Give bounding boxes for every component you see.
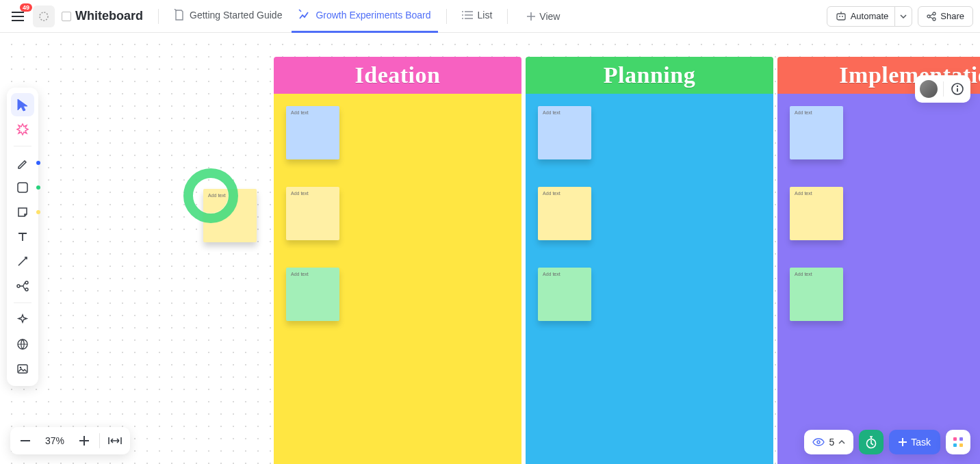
- svg-point-12: [17, 285, 20, 287]
- svg-rect-25: [959, 443, 963, 447]
- column-body[interactable]: Add text Add text Add text: [526, 94, 773, 464]
- sticky-note[interactable]: Add text: [790, 268, 843, 321]
- tab-label: Getting Started Guide: [190, 10, 282, 21]
- zoom-out-button[interactable]: [16, 431, 35, 450]
- viewers-button[interactable]: 5: [804, 430, 853, 454]
- top-bar: 49 Whiteboard Getting Started Guide Grow…: [0, 0, 980, 33]
- timer-button[interactable]: [859, 430, 884, 454]
- cursor-icon: [16, 98, 29, 112]
- image-icon: [16, 363, 29, 375]
- share-icon: [927, 12, 936, 21]
- tool-ai[interactable]: [11, 118, 34, 141]
- svg-point-7: [927, 15, 930, 18]
- separator: [158, 9, 159, 24]
- sticky-note[interactable]: Add text: [286, 268, 339, 321]
- ai-icon: [16, 123, 29, 136]
- tab-label: Growth Experiments Board: [315, 10, 430, 21]
- tool-mindmap[interactable]: [11, 274, 34, 298]
- tool-connector[interactable]: [11, 250, 34, 273]
- app-launcher-icon: [38, 10, 50, 23]
- apps-grid-icon: [953, 437, 964, 448]
- svg-point-6: [842, 16, 843, 17]
- sticky-note[interactable]: Add text: [538, 106, 591, 159]
- column-header: Planning: [526, 57, 773, 94]
- svg-rect-23: [959, 437, 963, 441]
- zoom-controls: 37%: [10, 427, 130, 454]
- separator: [943, 81, 944, 96]
- globe-icon: [16, 338, 29, 350]
- chevron-up-icon: [838, 440, 845, 444]
- chevron-down-icon: [900, 14, 907, 18]
- column-header: Ideation: [274, 57, 521, 94]
- svg-point-9: [933, 18, 936, 21]
- fit-width-button[interactable]: [105, 431, 125, 450]
- zoom-in-button[interactable]: [75, 431, 94, 450]
- automate-group: Automate: [827, 6, 913, 27]
- left-toolbar: [7, 88, 38, 386]
- tab-getting-started[interactable]: Getting Started Guide: [167, 0, 289, 33]
- bottom-right-controls: 5 Task: [804, 430, 970, 454]
- info-icon: [951, 82, 964, 96]
- column-ideation[interactable]: Ideation Add text Add text Add text: [274, 57, 521, 464]
- sticky-note[interactable]: Add text: [790, 187, 843, 240]
- pen-icon: [16, 157, 29, 169]
- tool-text[interactable]: [11, 225, 34, 248]
- svg-point-1: [462, 11, 463, 12]
- sticky-note[interactable]: Add text: [286, 187, 339, 240]
- stopwatch-icon: [865, 435, 877, 449]
- separator: [99, 433, 100, 448]
- document-title-chip[interactable]: Whiteboard: [62, 9, 143, 23]
- svg-point-17: [20, 367, 22, 369]
- list-icon: [462, 10, 473, 20]
- svg-rect-11: [18, 183, 27, 192]
- shape-icon: [16, 181, 29, 194]
- create-task-button[interactable]: Task: [889, 430, 940, 454]
- tab-list[interactable]: List: [455, 0, 500, 33]
- tool-shape[interactable]: [11, 176, 34, 199]
- svg-point-5: [839, 16, 840, 17]
- share-button[interactable]: Share: [918, 6, 973, 27]
- fit-width-icon: [108, 436, 122, 446]
- task-label: Task: [911, 437, 931, 448]
- tool-sparkle[interactable]: [11, 308, 34, 331]
- user-avatar[interactable]: [918, 79, 939, 99]
- svg-rect-24: [953, 443, 957, 447]
- svg-point-3: [462, 18, 463, 19]
- app-launcher-button[interactable]: [33, 5, 55, 27]
- column-body[interactable]: Add text Add text Add text: [777, 94, 980, 464]
- column-body[interactable]: Add text Add text Add text: [274, 94, 521, 464]
- document-square-icon: [62, 12, 71, 21]
- kanban-board: Ideation Add text Add text Add text Plan…: [274, 57, 980, 464]
- svg-point-2: [462, 14, 463, 16]
- plus-icon: [79, 436, 89, 446]
- share-label: Share: [940, 11, 964, 21]
- automate-button[interactable]: Automate: [827, 6, 897, 27]
- whiteboard-canvas[interactable]: Ideation Add text Add text Add text Plan…: [0, 33, 980, 464]
- toolbar-separator: [14, 146, 31, 146]
- sticky-note[interactable]: Add text: [286, 106, 339, 159]
- viewer-count: 5: [829, 437, 834, 448]
- mindmap-icon: [16, 280, 29, 292]
- sticky-note-icon: [16, 206, 29, 218]
- tool-web[interactable]: [11, 333, 34, 356]
- add-view-button[interactable]: View: [520, 6, 567, 27]
- apps-grid-button[interactable]: [946, 430, 970, 454]
- zoom-value[interactable]: 37%: [40, 435, 69, 446]
- column-implementation[interactable]: Implementation Add text Add text Add tex…: [777, 57, 980, 464]
- info-button[interactable]: [948, 79, 967, 99]
- tab-growth-board[interactable]: Growth Experiments Board: [292, 0, 437, 33]
- tool-image[interactable]: [11, 357, 34, 381]
- automate-caret-button[interactable]: [894, 6, 912, 27]
- sticky-note[interactable]: Add text: [790, 106, 843, 159]
- automate-label: Automate: [851, 11, 889, 21]
- robot-icon: [836, 11, 847, 22]
- column-planning[interactable]: Planning Add text Add text Add text: [526, 57, 773, 464]
- sticky-note[interactable]: Add text: [538, 187, 591, 240]
- floating-sticky-note[interactable]: Add text: [203, 189, 257, 242]
- tool-sticky-note[interactable]: [11, 201, 34, 224]
- sticky-note[interactable]: Add text: [538, 268, 591, 321]
- svg-point-0: [40, 12, 48, 21]
- tool-pen[interactable]: [11, 151, 34, 175]
- tool-select[interactable]: [11, 93, 34, 116]
- minus-icon: [21, 440, 30, 441]
